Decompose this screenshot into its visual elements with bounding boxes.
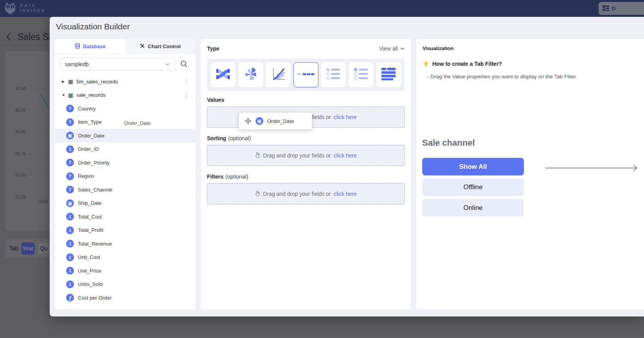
field-name: Unit_Price (78, 268, 101, 274)
table-row[interactable]: ▦ 5m_sales_records ⋮ (55, 75, 195, 89)
tip-title: How to create a Tab Filter? (432, 61, 502, 67)
field-name: Order_Date (78, 133, 104, 139)
field-row[interactable]: Total_Revenue (55, 237, 195, 251)
svg-text:Tab: Tab (297, 73, 301, 76)
filters-optional-label: (optional) (225, 174, 248, 180)
preview-widget-title: Sale channel (422, 138, 475, 148)
field-row[interactable]: Unit_Cost (55, 251, 195, 264)
preview-tab-filter: Show AllOfflineOnline (422, 158, 524, 217)
preview-tab-button[interactable]: Offline (422, 179, 524, 196)
chart-type-strip: Tab (207, 59, 405, 91)
app-logo: DATA INSIDER (4, 1, 46, 15)
dropzone-text: Drag and drop your fields or (263, 191, 331, 197)
database-select[interactable]: sampledb (60, 58, 175, 70)
panel-tab[interactable]: Database (55, 39, 125, 54)
top-navbar: DATA INSIDER D (0, 0, 644, 17)
field-type-icon (66, 213, 74, 221)
owl-logo-icon (4, 1, 16, 15)
dashboards-button[interactable]: D (599, 2, 644, 15)
chart-type-card[interactable] (238, 62, 263, 87)
panel-tab-label: Chart Control (148, 43, 181, 49)
field-row[interactable]: Order_Date (55, 129, 195, 143)
chart-type-card[interactable] (210, 62, 236, 87)
schema-tree: ▦ 5m_sales_records ⋮ ▦ sale_records ⋮ (55, 75, 195, 305)
chart-type-card[interactable] (321, 62, 346, 87)
drag-hand-slot (255, 152, 260, 159)
chart-type-icon-slot (215, 66, 231, 83)
field-type-icon (66, 118, 74, 126)
chart-type-icon-slot (354, 68, 369, 82)
field-row[interactable]: Ship_Date (55, 197, 195, 210)
field-name: Region (78, 173, 94, 179)
tip-body: - Drag the Value properties you want to … (427, 74, 577, 80)
field-row[interactable]: Cost per Order (55, 291, 195, 305)
tools-icon (140, 43, 145, 49)
expand-caret-icon[interactable] (62, 80, 68, 83)
field-type-icon (66, 294, 74, 302)
panel-tab-label: Database (83, 43, 106, 49)
table-menu-button[interactable]: ⋮ (183, 78, 189, 85)
filters-dropzone[interactable]: Drag and drop your fields or click here (207, 183, 405, 204)
field-row[interactable]: Total_Profit (55, 224, 195, 237)
field-row[interactable]: Total_Cost (55, 210, 195, 224)
field-row[interactable]: Units_Sold (55, 278, 195, 291)
chart-type-card[interactable] (376, 62, 401, 87)
builder-panel: Type View all (201, 39, 411, 309)
chart-type-icon-slot (243, 66, 259, 83)
field-name: Item_Type (78, 119, 102, 125)
chart-type-card[interactable] (349, 62, 374, 87)
table-menu-button[interactable]: ⋮ (183, 92, 189, 98)
panel-tab-icon (140, 43, 145, 50)
field-name: Sales_Channel (78, 187, 112, 193)
view-all-button[interactable]: View all (379, 45, 405, 52)
sorting-optional-label: (optional) (228, 135, 251, 141)
expand-caret-icon[interactable] (62, 93, 68, 97)
field-name: Cost per Order (78, 295, 112, 301)
field-name: Order_ID (78, 146, 99, 152)
dropzone-text: Drag and drop your fields or (263, 152, 331, 159)
chart-type-icon-slot (381, 68, 396, 82)
search-icon (180, 60, 188, 68)
field-list: Country Item_Type Order_Date Ord (55, 102, 195, 305)
field-type-icon (66, 226, 74, 234)
preview-tab-button[interactable]: Show All (422, 158, 524, 175)
dropzone-click-here-link[interactable]: click here (334, 114, 357, 120)
dragging-field-chip[interactable]: Order_Date (239, 112, 312, 130)
tab-filter-icon: Tab (297, 71, 315, 77)
chart-type-card[interactable]: Tab (293, 62, 318, 87)
field-row[interactable]: Country (55, 102, 195, 116)
field-name: Unit_Cost (78, 254, 100, 260)
search-button[interactable] (180, 60, 188, 68)
sankey-chart-icon (215, 66, 231, 82)
visualization-panel: Visualization How to create a Tab Filter… (416, 39, 644, 309)
dropzone-click-here-link[interactable]: click here (334, 152, 357, 159)
field-type-icon (66, 199, 74, 207)
date-field-icon (255, 117, 263, 125)
field-row[interactable]: Region (55, 170, 195, 183)
dropzone-click-here-link[interactable]: click here (334, 191, 357, 197)
checkbox-list-icon (354, 68, 369, 80)
chevron-down-icon (165, 63, 170, 66)
field-type-icon (66, 240, 74, 248)
field-row[interactable]: Unit_Price (55, 264, 195, 278)
type-section-label: Type (207, 45, 219, 52)
sorting-dropzone[interactable]: Drag and drop your fields or click here (207, 145, 405, 166)
field-name: Total_Cost (78, 214, 102, 220)
field-type-icon (66, 172, 74, 180)
panel-tab[interactable]: Chart Control (125, 39, 195, 54)
field-row[interactable]: Sales_Channel (55, 183, 195, 197)
values-section-label: Values (207, 97, 224, 103)
panel-tabbar: Database Chart Control (55, 39, 195, 54)
field-name: Country (78, 106, 96, 112)
table-list: ▦ 5m_sales_records ⋮ ▦ sale_records ⋮ (55, 75, 195, 102)
table-icon: ▦ (68, 79, 73, 84)
table-row[interactable]: ▦ sale_records ⋮ (55, 89, 195, 102)
line-chart-icon (270, 66, 286, 82)
field-row[interactable]: Order_ID (55, 143, 195, 156)
field-name: Total_Revenue (78, 241, 112, 247)
lightbulb-icon (423, 60, 429, 67)
chart-type-card[interactable] (266, 62, 291, 87)
field-type-icon (66, 186, 74, 193)
preview-tab-button[interactable]: Online (422, 199, 524, 217)
field-row[interactable]: Order_Priority (55, 156, 195, 170)
